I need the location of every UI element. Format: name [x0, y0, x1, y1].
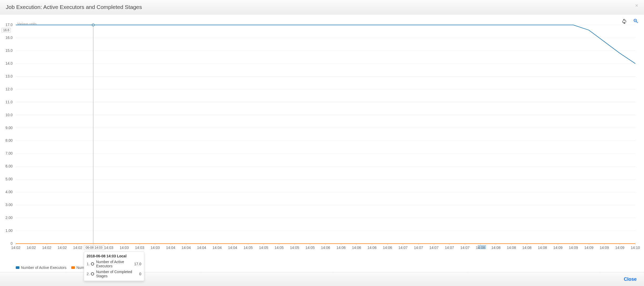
svg-text:2.00: 2.00: [6, 216, 13, 220]
tooltip-row: 1. Number of Active Executors 17.0: [87, 260, 141, 268]
brush-selection[interactable]: [478, 245, 486, 249]
svg-text:14:05: 14:05: [306, 246, 315, 250]
crosshair-x-flyout: 06-08 14:03: [84, 245, 104, 250]
zoom-in-icon[interactable]: [633, 18, 639, 24]
chart-area: Various units 01.002.003.004.005.006.007…: [0, 14, 644, 272]
dialog-title: Job Execution: Active Executors and Comp…: [6, 4, 142, 10]
svg-text:10.0: 10.0: [6, 113, 13, 117]
svg-text:14:03: 14:03: [120, 246, 129, 250]
svg-text:14:09: 14:09: [600, 246, 609, 250]
svg-text:14:08: 14:08: [538, 246, 547, 250]
svg-text:14:02: 14:02: [27, 246, 36, 250]
svg-text:14:02: 14:02: [73, 246, 82, 250]
svg-text:14:06: 14:06: [336, 246, 346, 250]
tooltip-idx: 2.: [87, 272, 91, 276]
svg-text:14:05: 14:05: [244, 246, 253, 250]
svg-point-119: [92, 24, 94, 26]
svg-text:14:03: 14:03: [135, 246, 144, 250]
svg-text:14:04: 14:04: [213, 246, 222, 250]
close-icon[interactable]: ×: [635, 3, 638, 9]
svg-text:16.0: 16.0: [6, 35, 13, 40]
svg-text:14:02: 14:02: [11, 246, 20, 250]
svg-text:4.00: 4.00: [6, 190, 13, 194]
svg-text:14:09: 14:09: [615, 246, 625, 250]
crosshair-y-flyout: 16.6: [2, 28, 11, 33]
svg-text:0: 0: [11, 241, 13, 246]
svg-text:14:10: 14:10: [631, 246, 640, 250]
svg-text:3.00: 3.00: [6, 203, 13, 207]
svg-text:5.00: 5.00: [6, 177, 13, 181]
tooltip-name: Number of Completed Stages: [96, 270, 139, 278]
svg-text:14:09: 14:09: [569, 246, 578, 250]
svg-text:7.00: 7.00: [6, 151, 13, 155]
svg-text:1.00: 1.00: [6, 228, 13, 233]
svg-text:14:04: 14:04: [182, 246, 191, 250]
svg-text:9.00: 9.00: [6, 126, 13, 130]
svg-text:14:08: 14:08: [491, 246, 501, 250]
hover-tooltip: 2018-06-08 14:03 Local 1. Number of Acti…: [84, 252, 144, 281]
legend-label: Number of Active Executors: [21, 265, 66, 270]
tooltip-idx: 1.: [87, 262, 91, 266]
svg-text:14:05: 14:05: [290, 246, 299, 250]
svg-text:14:07: 14:07: [460, 246, 470, 250]
svg-text:13.0: 13.0: [6, 74, 13, 78]
svg-text:14.0: 14.0: [6, 61, 13, 65]
svg-text:6.00: 6.00: [6, 164, 13, 168]
refresh-icon[interactable]: [621, 18, 627, 24]
svg-text:14:04: 14:04: [166, 246, 175, 250]
svg-text:17.0: 17.0: [6, 23, 13, 27]
svg-text:14:03: 14:03: [104, 246, 113, 250]
legend-swatch-icon: [16, 266, 19, 269]
tooltip-title: 2018-06-08 14:03 Local: [87, 254, 141, 258]
svg-text:14:04: 14:04: [228, 246, 237, 250]
tooltip-value: 0: [139, 272, 141, 276]
svg-text:14:04: 14:04: [197, 246, 206, 250]
svg-text:14:08: 14:08: [507, 246, 516, 250]
svg-text:14:02: 14:02: [58, 246, 67, 250]
dot-icon: [91, 272, 94, 275]
svg-text:14:06: 14:06: [383, 246, 392, 250]
svg-text:14:07: 14:07: [429, 246, 439, 250]
svg-text:14:07: 14:07: [445, 246, 454, 250]
svg-text:14:07: 14:07: [414, 246, 423, 250]
tooltip-row: 2. Number of Completed Stages 0: [87, 270, 141, 278]
svg-text:15.0: 15.0: [6, 48, 13, 53]
svg-text:8.00: 8.00: [6, 138, 13, 142]
svg-text:14:08: 14:08: [522, 246, 532, 250]
svg-text:14:06: 14:06: [321, 246, 330, 250]
svg-text:14:06: 14:06: [352, 246, 361, 250]
svg-text:14:06: 14:06: [367, 246, 377, 250]
legend-swatch-icon: [71, 266, 75, 269]
svg-text:12.0: 12.0: [6, 87, 13, 91]
svg-text:14:02: 14:02: [42, 246, 51, 250]
tooltip-name: Number of Active Executors: [96, 260, 134, 268]
legend-item[interactable]: Number of Active Executors: [16, 265, 66, 270]
svg-text:14:09: 14:09: [584, 246, 594, 250]
svg-text:14:05: 14:05: [259, 246, 268, 250]
tooltip-value: 17.0: [134, 262, 141, 266]
svg-text:11.0: 11.0: [6, 100, 13, 104]
chart-plot[interactable]: 01.002.003.004.005.006.007.008.009.0010.…: [16, 25, 635, 254]
svg-text:14:09: 14:09: [553, 246, 563, 250]
svg-text:14:03: 14:03: [151, 246, 160, 250]
dot-icon: [91, 262, 94, 265]
close-button[interactable]: Close: [624, 277, 637, 282]
svg-text:14:07: 14:07: [398, 246, 408, 250]
svg-text:14:05: 14:05: [275, 246, 284, 250]
